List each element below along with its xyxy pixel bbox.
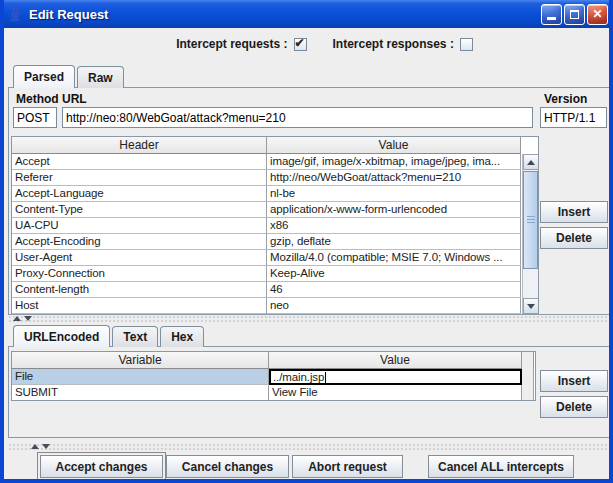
- header-value-cell[interactable]: neo: [267, 298, 521, 314]
- params-delete-button[interactable]: Delete: [540, 396, 608, 418]
- header-value-cell[interactable]: gzip, deflate: [267, 234, 521, 250]
- splitter-one-touch-controls: [31, 444, 50, 449]
- params-insert-button[interactable]: Insert: [540, 370, 608, 392]
- tab-text[interactable]: Text: [112, 326, 158, 347]
- intercept-requests-label: Intercept requests :: [176, 37, 287, 51]
- collapse-down-icon[interactable]: [42, 444, 50, 449]
- scroll-down-button[interactable]: [523, 298, 539, 314]
- method-field[interactable]: [13, 107, 57, 128]
- maximize-button[interactable]: [564, 4, 585, 25]
- headers-delete-button[interactable]: Delete: [540, 227, 608, 249]
- header-value-cell[interactable]: Keep-Alive: [267, 266, 521, 282]
- scrollbar-grip-icon: [527, 216, 535, 224]
- param-name-cell[interactable]: File: [12, 369, 269, 385]
- header-name-cell[interactable]: Proxy-Connection: [12, 266, 267, 282]
- header-name-cell[interactable]: Accept-Encoding: [12, 234, 267, 250]
- table-row[interactable]: UA-CPUx86: [12, 218, 538, 234]
- header-name-cell[interactable]: Content-Type: [12, 202, 267, 218]
- param-name-cell[interactable]: SUBMIT: [12, 385, 269, 401]
- scroll-down-icon: [527, 304, 535, 309]
- tab-urlencoded[interactable]: URLEncoded: [13, 325, 110, 347]
- params-table-header: Variable Value: [12, 352, 535, 369]
- header-value-cell[interactable]: nl-be: [267, 186, 521, 202]
- table-row[interactable]: User-AgentMozilla/4.0 (compatible; MSIE …: [12, 250, 538, 266]
- headers-table-header: Header Value: [12, 137, 538, 154]
- accept-changes-button[interactable]: Accept changes: [40, 455, 163, 478]
- close-button[interactable]: ✕: [587, 4, 608, 25]
- table-row[interactable]: File ../main.jsp: [12, 369, 535, 385]
- headers-table: Header Value Acceptimage/gif, image/x-xb…: [11, 136, 539, 315]
- param-value-editor[interactable]: ../main.jsp: [269, 369, 522, 385]
- header-value-cell[interactable]: http://neo/WebGoat/attack?menu=210: [267, 170, 521, 186]
- splitter-one-touch-controls: [13, 316, 32, 321]
- splitter-divider[interactable]: [8, 315, 612, 323]
- headers-insert-button[interactable]: Insert: [540, 201, 608, 223]
- request-view-tabs: Parsed Raw: [13, 65, 124, 88]
- scroll-up-icon: [527, 160, 535, 165]
- header-value-cell[interactable]: image/gif, image/x-xbitmap, image/jpeg, …: [267, 154, 521, 170]
- header-name-cell[interactable]: Host: [12, 298, 267, 314]
- header-value-cell[interactable]: x86: [267, 218, 521, 234]
- param-value-cell[interactable]: View File: [269, 385, 522, 401]
- row-filler: [522, 369, 534, 385]
- table-row[interactable]: Content-Typeapplication/x-www-form-urlen…: [12, 202, 538, 218]
- params-table: Variable Value File ../main.jsp SUBMIT V…: [11, 351, 536, 401]
- window-controls: ✕: [541, 4, 608, 25]
- cancel-changes-button[interactable]: Cancel changes: [166, 455, 289, 478]
- content-view-tabs: URLEncoded Text Hex: [13, 325, 204, 347]
- minimize-button[interactable]: [541, 4, 562, 25]
- scrollbar-thumb[interactable]: [523, 171, 538, 269]
- header-name-cell[interactable]: User-Agent: [12, 250, 267, 266]
- table-row[interactable]: SUBMIT View File: [12, 385, 535, 401]
- header-value-cell[interactable]: application/x-www-form-urlencoded: [267, 202, 521, 218]
- cancel-all-intercepts-button[interactable]: Cancel ALL intercepts: [428, 455, 574, 478]
- collapse-up-icon[interactable]: [31, 444, 39, 449]
- column-header-value[interactable]: Value: [269, 352, 522, 369]
- header-value-cell[interactable]: 46: [267, 282, 521, 298]
- url-label: URL: [62, 92, 87, 106]
- checkmark-icon: ✔: [295, 36, 305, 50]
- row-filler: [522, 385, 534, 401]
- headers-scrollbar[interactable]: [522, 154, 538, 314]
- window-title: Edit Request: [29, 7, 541, 22]
- intercept-responses-label: Intercept responses :: [333, 37, 454, 51]
- abort-request-button[interactable]: Abort request: [292, 455, 403, 478]
- version-label: Version: [544, 92, 587, 106]
- header-value-cell[interactable]: Mozilla/4.0 (compatible; MSIE 7.0; Windo…: [267, 250, 521, 266]
- header-name-cell[interactable]: UA-CPU: [12, 218, 267, 234]
- header-name-cell[interactable]: Content-length: [12, 282, 267, 298]
- scroll-up-button[interactable]: [523, 154, 539, 170]
- table-row[interactable]: Proxy-ConnectionKeep-Alive: [12, 266, 538, 282]
- url-field[interactable]: [62, 107, 533, 128]
- tab-hex[interactable]: Hex: [160, 326, 204, 347]
- tab-raw[interactable]: Raw: [77, 66, 124, 88]
- intercept-row: Intercept requests : ✔ Intercept respons…: [4, 34, 609, 54]
- header-filler: [522, 352, 534, 369]
- column-header-variable[interactable]: Variable: [12, 352, 269, 369]
- minimize-icon: [547, 17, 556, 20]
- edit-request-window: Edit Request ✕ Intercept requests : ✔ In…: [0, 0, 613, 483]
- splitter-divider[interactable]: [8, 443, 612, 451]
- table-row[interactable]: Refererhttp://neo/WebGoat/attack?menu=21…: [12, 170, 538, 186]
- table-row[interactable]: Content-length46: [12, 282, 538, 298]
- collapse-down-icon[interactable]: [24, 316, 32, 321]
- maximize-icon: [570, 10, 579, 19]
- collapse-up-icon[interactable]: [13, 316, 21, 321]
- table-row[interactable]: Accept-Languagenl-be: [12, 186, 538, 202]
- tab-parsed[interactable]: Parsed: [13, 65, 75, 88]
- header-name-cell[interactable]: Accept: [12, 154, 267, 170]
- column-header-header[interactable]: Header: [12, 137, 267, 154]
- close-icon: ✕: [592, 8, 602, 20]
- intercept-responses-checkbox[interactable]: [460, 38, 473, 51]
- titlebar[interactable]: Edit Request ✕: [0, 0, 613, 28]
- java-icon: [7, 6, 23, 22]
- table-row[interactable]: Hostneo: [12, 298, 538, 314]
- column-header-value[interactable]: Value: [267, 137, 521, 154]
- editor-text: ../main.jsp: [273, 372, 324, 383]
- intercept-requests-checkbox[interactable]: ✔: [294, 38, 307, 51]
- header-name-cell[interactable]: Referer: [12, 170, 267, 186]
- table-row[interactable]: Accept-Encodinggzip, deflate: [12, 234, 538, 250]
- header-name-cell[interactable]: Accept-Language: [12, 186, 267, 202]
- version-field[interactable]: [540, 107, 607, 128]
- table-row[interactable]: Acceptimage/gif, image/x-xbitmap, image/…: [12, 154, 538, 170]
